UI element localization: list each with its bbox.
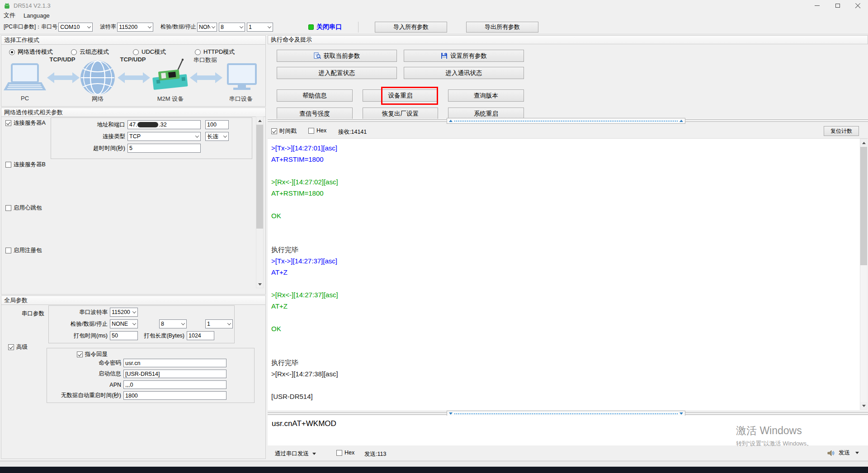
query-signal-button[interactable]: 查信号强度 [277, 108, 353, 120]
send-button[interactable]: 发送 [827, 449, 859, 457]
log-line: OK [271, 323, 857, 334]
enter-comm-button[interactable]: 进入通讯状态 [404, 67, 524, 79]
enter-config-button[interactable]: 进入配置状态 [277, 67, 397, 79]
chevron-down-icon [180, 320, 186, 328]
chevron-down-icon [131, 320, 137, 328]
window-titlebar: DR514 V2.1.3 [0, 0, 868, 11]
checkbox-icon [308, 128, 314, 134]
log-line: AT+Z [271, 267, 857, 278]
close-button[interactable] [848, 0, 868, 11]
global-databits-select[interactable]: 8 [159, 319, 187, 328]
global-parity-select[interactable]: NONE [110, 319, 138, 328]
cmd-password-row: 命令密码 usr.cn [48, 359, 226, 367]
regpack-checkbox[interactable]: 启用注册包 [5, 247, 42, 254]
server-a-checkbox[interactable]: 连接服务器A [5, 119, 46, 127]
workmode-radio-row: 网络透传模式 云组态模式 UDC模式 HTTPD模式 [9, 48, 235, 56]
splitter-dots [454, 413, 678, 414]
com-port-select[interactable]: COM10 [58, 23, 93, 32]
log-scrollbar[interactable] [860, 139, 868, 410]
advanced-checkbox[interactable]: 高级 [8, 343, 28, 351]
collapse-down-icon [449, 412, 453, 415]
factory-reset-button[interactable]: 恢复出厂设置 [363, 108, 438, 120]
close-port-button[interactable]: 关闭串口 [308, 23, 342, 31]
reset-counter-button[interactable]: 复位计数 [824, 126, 859, 136]
taskbar-edge[interactable] [0, 467, 868, 473]
log-splitter-top-handle[interactable] [447, 118, 685, 124]
device-restart-button[interactable]: 设备重启 [363, 89, 438, 102]
no-data-restart-label: 无数据自动重启时间(秒) [48, 392, 123, 399]
packlen-input[interactable]: 1024 [187, 331, 214, 340]
help-info-button[interactable]: 帮助信息 [277, 89, 353, 102]
global-baud-select[interactable]: 115200 [110, 308, 138, 317]
menu-bar: 文件 Language [0, 11, 868, 20]
checkbox-icon [5, 162, 11, 168]
radio-net-transparent-mode[interactable]: 网络透传模式 [9, 48, 71, 56]
scroll-down-icon[interactable] [862, 405, 866, 407]
echo-checkbox[interactable]: 指令回显 [77, 351, 108, 358]
checkbox-icon [77, 351, 83, 357]
query-version-button[interactable]: 查询版本 [448, 89, 524, 102]
dropdown-icon [312, 453, 316, 455]
conn-type-select[interactable]: TCP [127, 132, 201, 141]
log-line [271, 199, 857, 210]
log-line [271, 221, 857, 233]
radio-httpd-mode[interactable]: HTTPD模式 [195, 48, 235, 56]
radio-cloud-mode[interactable]: 云组态模式 [71, 48, 133, 56]
command-panel-header: 执行命令及提示 [268, 35, 868, 44]
server-port-input[interactable]: 100 [205, 120, 229, 129]
no-data-restart-input[interactable]: 1800 [123, 391, 226, 400]
send-hex-checkbox[interactable]: Hex [336, 450, 354, 456]
netparams-group-header: 网络透传模式相关参数 [1, 108, 265, 117]
cmd-password-input[interactable]: usr.cn [123, 359, 226, 367]
maximize-button[interactable] [827, 0, 848, 11]
no-data-restart-row: 无数据自动重启时间(秒) 1800 [48, 391, 226, 400]
diagram-link3-label: 串口数据 [187, 56, 223, 64]
heartbeat-checkbox[interactable]: 启用心跳包 [5, 204, 42, 212]
send-via-serial-button[interactable]: 通过串口发送 [275, 450, 316, 458]
scroll-down-icon[interactable] [258, 283, 262, 286]
get-params-button[interactable]: 获取当前参数 [277, 50, 397, 62]
scroll-up-icon[interactable] [258, 120, 262, 122]
baud-select[interactable]: 115200 [117, 23, 153, 32]
recv-hex-checkbox[interactable]: Hex [308, 127, 326, 134]
server-address-input[interactable]: 47..32 [127, 120, 201, 129]
log-line [271, 334, 857, 346]
server-b-checkbox[interactable]: 连接服务器B [5, 161, 46, 169]
log-area[interactable]: >[Tx->][14:27:01][asc]AT+RSTIM=1800 >[Rx… [268, 138, 868, 410]
boot-message-input[interactable]: [USR-DR514] [123, 370, 226, 378]
send-textarea[interactable]: usr.cnAT+WKMOD [268, 416, 868, 445]
apn-input[interactable]: ,,,0 [123, 380, 226, 389]
log-line: 执行完毕 [271, 244, 857, 255]
minimize-button[interactable] [807, 0, 827, 11]
menu-file[interactable]: 文件 [4, 11, 15, 19]
packtime-input[interactable]: 50 [110, 331, 138, 340]
log-line: >[Tx->][14:27:01][asc] [271, 142, 857, 154]
log-line: [USR-DR514] [271, 391, 857, 402]
packtime-label: 打包时间(ms) [50, 332, 110, 340]
close-icon [855, 3, 861, 9]
databits-select[interactable]: 8 [219, 23, 245, 32]
export-params-button[interactable]: 导出所有参数 [466, 22, 538, 33]
maximize-icon [835, 4, 840, 8]
timeout-input[interactable]: 5 [127, 144, 201, 153]
stopbits-select[interactable]: 1 [247, 23, 273, 32]
addr-port-label: 地址和端口 [53, 121, 127, 129]
scrollbar-thumb[interactable] [860, 147, 867, 265]
set-params-button[interactable]: 设置所有参数 [404, 50, 524, 62]
parity-data-stop-label: 检验/数据/停止 [160, 23, 196, 31]
menu-language[interactable]: Language [24, 12, 50, 19]
radio-udc-mode[interactable]: UDC模式 [133, 48, 195, 56]
parity-select[interactable]: NONE [197, 23, 217, 32]
scrollbar-thumb[interactable] [256, 125, 263, 229]
global-stopbits-select[interactable]: 1 [205, 319, 233, 328]
conn-keep-select[interactable]: 长连 [205, 132, 229, 141]
conn-type-row: 连接类型 TCP 长连 [53, 132, 229, 141]
app-window: DR514 V2.1.3 文件 Language [PC串口参数]：串口号 CO… [0, 0, 868, 473]
import-params-button[interactable]: 导入所有参数 [375, 22, 447, 33]
log-line: AT+RSTIM=1800 [271, 187, 857, 199]
scroll-up-icon[interactable] [862, 142, 866, 144]
timestamp-checkbox[interactable]: 时间戳 [271, 127, 297, 135]
netparams-scrollbar[interactable] [256, 117, 264, 288]
conn-type-label: 连接类型 [53, 133, 127, 140]
chevron-down-icon [131, 308, 137, 316]
